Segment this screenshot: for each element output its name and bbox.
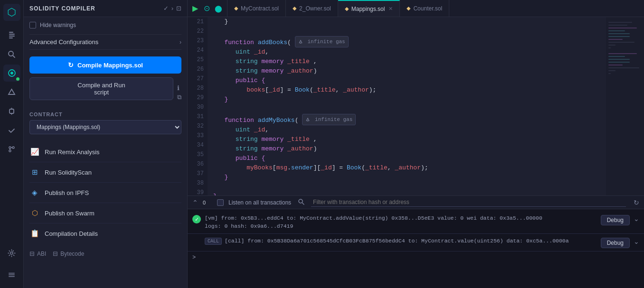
chevron-right-icon[interactable]: › <box>171 5 173 12</box>
line-num: 34 <box>191 140 204 150</box>
svg-rect-23 <box>608 28 637 28</box>
compile-run-button[interactable]: Compile and Runscript <box>29 77 173 100</box>
console-message: ✓ [vm] from: 0x5B3...eddC4 to: MyContrac… <box>188 211 644 234</box>
solidity-scan-label: Run SolidityScan <box>45 169 92 176</box>
expand-message-icon[interactable]: ⌄ <box>634 215 639 223</box>
sidebar-icon-debug[interactable] <box>3 102 20 120</box>
listen-checkbox[interactable] <box>217 199 224 206</box>
message-main: [vm] from: 0x5B3...eddC4 to: MyContract.… <box>205 214 597 222</box>
sidebar-icon-test[interactable] <box>3 121 20 139</box>
svg-point-12 <box>9 147 11 149</box>
svg-rect-24 <box>608 30 625 31</box>
action-solidity-scan[interactable]: ⊞ Run SolidityScan <box>29 162 181 183</box>
svg-rect-3 <box>9 37 13 38</box>
svg-point-15 <box>10 252 13 254</box>
call-badge: CALL <box>205 238 222 245</box>
tab-close-mappings[interactable]: ✕ <box>388 6 393 12</box>
publish-ipfs-label: Publish on IPFS <box>45 189 89 196</box>
abi-button[interactable]: ⊟ ABI <box>29 250 46 257</box>
left-panel: SOLIDITY COMPILER ✓ › ⊡ Hide warnings Ad… <box>24 0 188 288</box>
tab-owner[interactable]: ◆ 2_Owner.sol <box>286 0 338 17</box>
sidebar-icon-plugin[interactable] <box>3 65 20 82</box>
check-icon[interactable]: ✓ <box>163 5 169 12</box>
run-icon[interactable]: ▶ <box>190 4 200 13</box>
compile-button[interactable]: ↻ Compile Mappings.sol <box>29 56 181 74</box>
svg-rect-19 <box>300 43 301 44</box>
expand-message-icon-2[interactable]: ⌄ <box>634 238 639 245</box>
line-num: 25 <box>191 55 204 65</box>
compile-run-label: Compile and Runscript <box>77 82 125 96</box>
sidebar-icon-git[interactable] <box>3 140 20 158</box>
bytecode-button[interactable]: ⊟ Bytecode <box>53 250 84 257</box>
svg-rect-36 <box>608 67 639 68</box>
line-num: 28 <box>191 84 204 93</box>
svg-point-13 <box>12 147 14 149</box>
svg-line-5 <box>13 56 15 57</box>
expand-icon[interactable]: ⊡ <box>176 5 181 12</box>
sidebar-icon-settings[interactable] <box>3 244 20 261</box>
svg-rect-20 <box>307 121 309 121</box>
compilation-details-label: Compilation Details <box>45 230 98 237</box>
success-icon: ✓ <box>192 215 201 223</box>
svg-point-14 <box>9 150 11 152</box>
svg-rect-2 <box>9 36 15 37</box>
publish-swarm-label: Publish on Swarm <box>45 210 95 217</box>
compilation-details-icon: 📋 <box>29 228 40 239</box>
code-content[interactable]: } function addBooks( infinite gas uint _… <box>208 17 606 195</box>
console-refresh-icon[interactable]: ↻ <box>634 199 639 206</box>
svg-rect-35 <box>608 65 623 65</box>
sidebar-icon-settings2[interactable] <box>3 266 20 283</box>
action-publish-swarm[interactable]: ⬡ Publish on Swarm <box>29 203 181 223</box>
svg-rect-30 <box>608 47 611 48</box>
sidebar-icon-remix[interactable]: ⬡ <box>3 4 20 21</box>
info-icon[interactable]: ℹ <box>177 84 181 92</box>
toggle-icon[interactable]: ⬤ <box>213 5 224 12</box>
sidebar-icon-files[interactable] <box>3 27 20 44</box>
action-publish-ipfs[interactable]: ◈ Publish on IPFS <box>29 183 181 203</box>
tab-counter[interactable]: ◆ Counter.sol <box>400 0 449 17</box>
contract-select[interactable]: Mappings (Mappings.sol) <box>29 120 181 134</box>
tab-bar-actions: ▶ ⊙ ⬤ <box>188 0 227 17</box>
bottom-panel: ⌃ 0 Listen on all transactions ↻ ✓ [vm] … <box>188 195 644 288</box>
line-num: 31 <box>191 112 204 121</box>
filter-input[interactable] <box>311 198 626 207</box>
tab-mycontract[interactable]: ◆ MyContract.sol <box>227 0 286 17</box>
line-num: 35 <box>191 150 204 159</box>
call-message-text: [call] from: 0x5B38Da6a701c568545dCfcB03… <box>225 238 569 244</box>
bytecode-label: Bytecode <box>60 251 84 257</box>
debug-button-2[interactable]: Debug <box>601 238 630 248</box>
expand-icon[interactable]: ⌃ <box>192 199 198 206</box>
console-counter: 0 <box>203 200 212 205</box>
sidebar-icon-deploy[interactable] <box>3 84 20 101</box>
console-search-icon[interactable] <box>298 198 304 206</box>
line-num: 22 <box>191 27 204 36</box>
tab-mappings[interactable]: ◆ Mappings.sol ✕ <box>338 0 400 17</box>
svg-line-40 <box>303 203 304 205</box>
advanced-config-row[interactable]: Advanced Configurations › <box>29 34 181 50</box>
debug-button[interactable]: Debug <box>601 215 630 225</box>
sidebar-icon-search[interactable] <box>3 46 20 63</box>
panel-header: SOLIDITY COMPILER ✓ › ⊡ <box>24 0 187 17</box>
tab-icon-mycontract: ◆ <box>234 5 238 11</box>
icon-sidebar: ⬡ <box>0 0 24 288</box>
svg-point-39 <box>299 199 303 203</box>
abi-label: ABI <box>37 251 46 257</box>
copy-icon[interactable]: ⧉ <box>177 93 181 101</box>
hide-warnings-row: Hide warnings <box>29 22 181 28</box>
advanced-config-label: Advanced Configurations <box>29 38 98 46</box>
compile-button-label: Compile Mappings.sol <box>77 62 143 69</box>
action-compilation-details[interactable]: 📋 Compilation Details <box>29 223 181 243</box>
svg-rect-34 <box>608 62 630 63</box>
tab-bar-tabs: ◆ MyContract.sol ◆ 2_Owner.sol ◆ Mapping… <box>227 0 644 17</box>
action-remix-analysis[interactable]: 📈 Run Remix Analysis <box>29 142 181 162</box>
agent-icon[interactable]: ⊙ <box>202 4 212 13</box>
svg-rect-22 <box>608 25 627 26</box>
console-header: ⌃ 0 Listen on all transactions ↻ <box>188 196 644 209</box>
line-num: 21 <box>191 17 204 27</box>
hide-warnings-checkbox[interactable] <box>29 22 36 28</box>
bottom-icons-row: ⊟ ABI ⊟ Bytecode <box>29 243 181 257</box>
svg-rect-1 <box>9 34 15 35</box>
minimap <box>606 17 644 195</box>
tab-icon-owner: ◆ <box>293 5 296 11</box>
line-num: 39 <box>191 188 204 195</box>
